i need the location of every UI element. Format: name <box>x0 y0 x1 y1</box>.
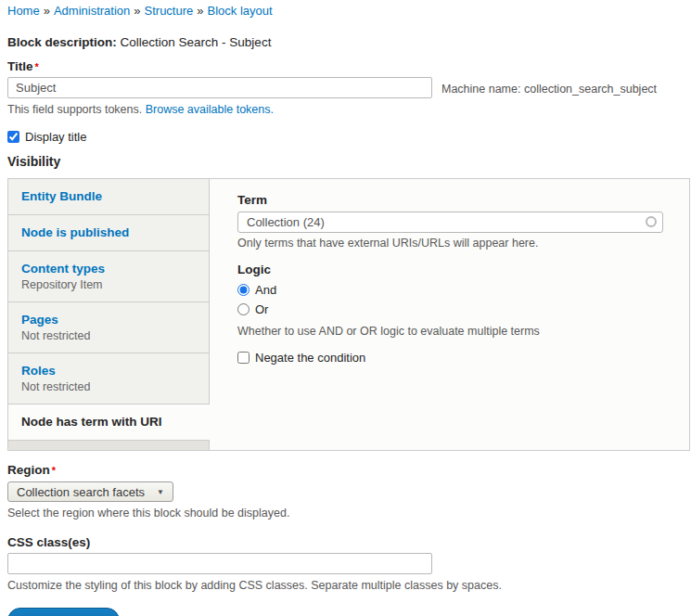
display-title-label: Display title <box>25 130 86 144</box>
autocomplete-throbber-icon <box>646 216 657 227</box>
tab-label: Content types <box>21 261 196 277</box>
form-actions: Save block Remove block <box>7 608 691 616</box>
negate-condition-label: Negate the condition <box>255 351 365 365</box>
block-description: Block description: Collection Search - S… <box>7 34 691 51</box>
logic-description: Whether to use AND or OR logic to evalua… <box>237 325 663 339</box>
title-label: Title* <box>7 59 691 74</box>
region-label: Region* <box>7 463 691 478</box>
css-classes-description: Customize the styling of this block by a… <box>7 579 691 593</box>
tab-menu-filler <box>8 441 209 450</box>
tab-summary: Repository Item <box>21 277 196 292</box>
tab-roles[interactable]: Roles Not restricted <box>8 353 209 404</box>
vertical-tab-menu: Entity Bundle Node is published Content … <box>8 179 210 450</box>
breadcrumb-separator: » <box>134 4 140 18</box>
required-asterisk: * <box>52 465 56 476</box>
required-asterisk: * <box>35 61 39 72</box>
logic-or-label: Or <box>255 302 268 316</box>
breadcrumb: Home»Administration»Structure»Block layo… <box>7 4 691 19</box>
title-input[interactable] <box>7 77 432 98</box>
term-label: Term <box>237 193 663 208</box>
tab-entity-bundle[interactable]: Entity Bundle <box>8 179 209 215</box>
breadcrumb-link-administration[interactable]: Administration <box>54 4 130 18</box>
breadcrumb-link-block-layout[interactable]: Block layout <box>208 4 273 18</box>
tab-label: Node is published <box>21 225 196 241</box>
title-label-text: Title <box>7 59 33 73</box>
tab-content-types[interactable]: Content types Repository Item <box>8 251 209 302</box>
display-title-row: Display title <box>7 130 691 144</box>
node-has-term-pane: Term Only terms that have external URIs/… <box>210 179 689 450</box>
tab-pages[interactable]: Pages Not restricted <box>8 302 209 353</box>
negate-row: Negate the condition <box>237 351 663 365</box>
display-title-checkbox[interactable] <box>7 131 19 143</box>
tab-summary: Not restricted <box>21 328 196 343</box>
machine-name: Machine name: collection_search_subject <box>441 83 657 96</box>
css-classes-input[interactable] <box>7 553 432 574</box>
title-help: This field supports tokens. Browse avail… <box>7 103 691 117</box>
tab-node-is-published[interactable]: Node is published <box>8 215 209 251</box>
logic-and-row: And <box>237 282 663 297</box>
tab-label: Pages <box>21 312 196 328</box>
breadcrumb-separator: » <box>44 4 50 18</box>
save-block-button[interactable]: Save block <box>7 608 120 616</box>
region-label-text: Region <box>7 463 50 477</box>
breadcrumb-separator: » <box>197 4 203 18</box>
tab-node-has-term-with-uri[interactable]: Node has term with URI <box>8 404 210 441</box>
tab-label: Entity Bundle <box>21 188 196 205</box>
region-description: Select the region where this block shoul… <box>7 507 691 520</box>
region-select[interactable]: Collection search facets ▼ <box>7 481 173 502</box>
breadcrumb-link-structure[interactable]: Structure <box>145 4 194 18</box>
visibility-vertical-tabs: Entity Bundle Node is published Content … <box>7 178 690 451</box>
browse-tokens-link[interactable]: Browse available tokens. <box>146 103 274 116</box>
css-classes-label: CSS class(es) <box>7 535 691 550</box>
term-description: Only terms that have external URIs/URLs … <box>237 237 663 250</box>
logic-or-radio[interactable] <box>237 303 250 315</box>
logic-or-row: Or <box>237 302 663 316</box>
logic-and-radio[interactable] <box>237 284 250 296</box>
block-description-label: Block description: <box>7 35 117 49</box>
block-description-value: Collection Search - Subject <box>121 35 272 49</box>
logic-and-label: And <box>255 283 276 297</box>
breadcrumb-link-home[interactable]: Home <box>7 4 40 18</box>
visibility-heading: Visibility <box>7 154 691 170</box>
title-help-text: This field supports tokens. <box>7 103 142 116</box>
block-configure-page: Home»Administration»Structure»Block layo… <box>0 0 691 616</box>
term-autocomplete-input[interactable] <box>237 212 663 233</box>
tab-label: Node has term with URI <box>21 414 197 430</box>
logic-label: Logic <box>237 263 663 277</box>
region-select-value: Collection search facets <box>17 485 145 499</box>
negate-condition-checkbox[interactable] <box>237 352 250 364</box>
tab-summary: Not restricted <box>21 379 196 394</box>
dropdown-arrow-icon: ▼ <box>157 488 164 496</box>
tab-label: Roles <box>21 363 196 379</box>
